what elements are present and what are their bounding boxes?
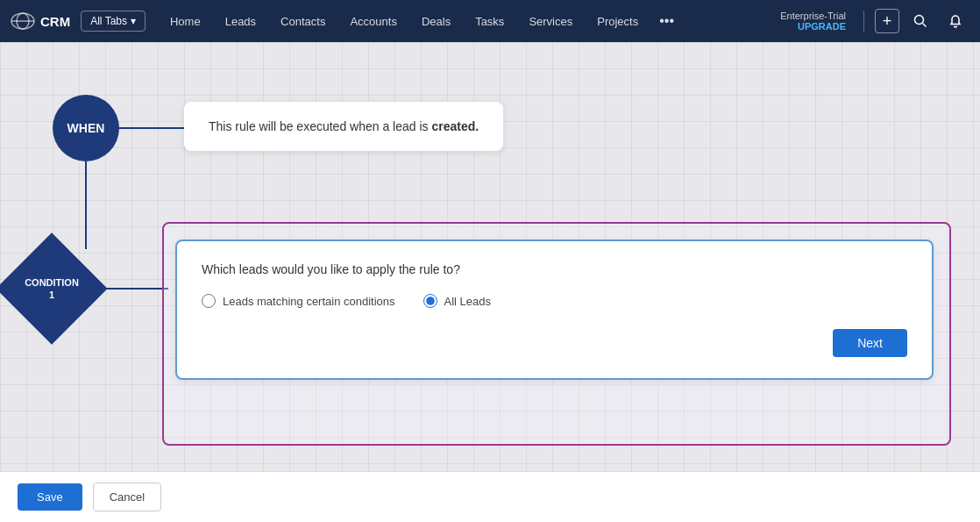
nav-projects[interactable]: Projects — [585, 0, 650, 42]
radio-matching[interactable] — [202, 294, 216, 308]
nav-links: Home Leads Contacts Accounts Deals Tasks… — [158, 0, 777, 42]
crm-logo-icon — [11, 12, 35, 30]
radio-option-matching[interactable]: Leads matching certain conditions — [202, 294, 395, 308]
app-logo: CRM — [11, 12, 70, 30]
condition-node: CONDITION1 — [12, 249, 91, 328]
radio-matching-label: Leads matching certain conditions — [223, 295, 395, 308]
when-connector-line — [119, 127, 185, 129]
nav-more-button[interactable]: ••• — [650, 0, 683, 42]
radio-all[interactable] — [423, 294, 437, 308]
nav-contacts[interactable]: Contacts — [268, 0, 337, 42]
add-button[interactable]: + — [875, 9, 899, 33]
svg-line-4 — [923, 24, 927, 27]
notifications-button[interactable] — [941, 7, 969, 35]
nav-leads[interactable]: Leads — [213, 0, 268, 42]
nav-deals[interactable]: Deals — [409, 0, 463, 42]
app-name: CRM — [40, 14, 70, 29]
nav-home[interactable]: Home — [158, 0, 213, 42]
nav-right: Enterprise-Trial UPGRADE + — [780, 7, 969, 35]
vertical-connector-1 — [85, 161, 87, 249]
enterprise-badge: Enterprise-Trial UPGRADE — [780, 11, 846, 32]
when-node: WHEN — [53, 95, 119, 161]
nav-accounts[interactable]: Accounts — [337, 0, 408, 42]
when-description-prefix: This rule will be executed when a lead i… — [209, 119, 431, 133]
condition-question: Which leads would you like to apply the … — [202, 262, 907, 276]
nav-tasks[interactable]: Tasks — [463, 0, 516, 42]
search-button[interactable] — [906, 7, 934, 35]
save-button[interactable]: Save — [18, 483, 82, 511]
radio-group: Leads matching certain conditions All Le… — [202, 294, 907, 308]
bottom-bar: Save Cancel — [0, 471, 980, 522]
when-info-box: This rule will be executed when a lead i… — [184, 102, 503, 151]
search-icon — [913, 14, 927, 28]
condition-card: Which leads would you like to apply the … — [175, 240, 934, 380]
cancel-button[interactable]: Cancel — [93, 483, 161, 511]
chevron-down-icon: ▾ — [131, 15, 136, 27]
nav-services[interactable]: Services — [516, 0, 585, 42]
enterprise-trial-text: Enterprise-Trial — [780, 11, 846, 21]
bell-icon — [948, 14, 962, 28]
radio-all-label: All Leads — [444, 295, 491, 308]
radio-option-all[interactable]: All Leads — [423, 294, 491, 308]
upgrade-link[interactable]: UPGRADE — [780, 21, 846, 32]
navbar: CRM All Tabs ▾ Home Leads Contacts Accou… — [0, 0, 980, 42]
nav-divider — [863, 11, 864, 32]
next-button[interactable]: Next — [833, 329, 907, 357]
when-description-bold: created. — [431, 119, 479, 133]
workflow-canvas: WHEN This rule will be executed when a l… — [0, 42, 980, 471]
svg-point-3 — [915, 16, 924, 25]
all-tabs-button[interactable]: All Tabs ▾ — [81, 11, 146, 32]
